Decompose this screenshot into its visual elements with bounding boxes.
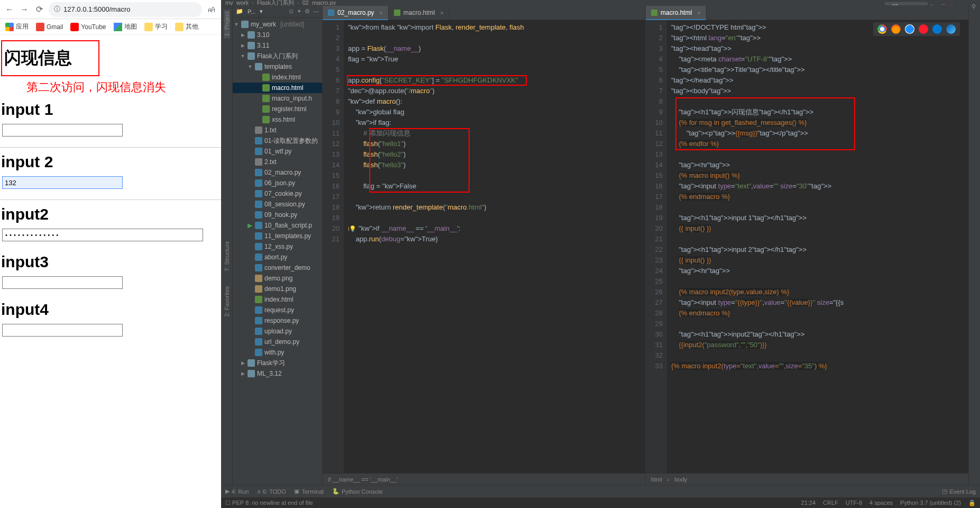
gmail-bookmark[interactable]: Gmail (36, 23, 63, 31)
tree-item[interactable]: ▶3.11 (233, 40, 322, 51)
apps-bookmark[interactable]: 应用 (5, 22, 29, 31)
hide-icon[interactable]: — (313, 8, 319, 15)
encoding[interactable]: UTF-8 (846, 500, 862, 506)
tab-macro-html-right[interactable]: macro.html × (646, 6, 707, 20)
input1-field[interactable] (2, 124, 123, 137)
tab-macro-html[interactable]: macro.html × (389, 6, 450, 20)
python-icon (328, 10, 334, 16)
project-tree[interactable]: ▼my_work[untitled]▶3.10▶3.11▼Flask入门系列▼t… (233, 18, 322, 485)
tree-item[interactable]: ▼my_work[untitled] (233, 19, 322, 30)
tree-item[interactable]: 1.txt (233, 125, 322, 135)
code-content[interactable]: "kw">from flask "kw">import Flask, rende… (344, 20, 645, 473)
divider (0, 199, 221, 200)
terminal-tool-tab[interactable]: ▣ Terminal (294, 488, 324, 495)
line-separator[interactable]: CRLF (823, 500, 838, 506)
folder-icon: 📁 (236, 8, 243, 15)
maps-bookmark[interactable]: 地图 (114, 22, 137, 31)
close-icon[interactable]: × (379, 10, 382, 16)
tree-item[interactable]: demo1.png (233, 284, 322, 294)
todo-tool-tab[interactable]: ≡ 6: TODO (257, 488, 286, 495)
password-field[interactable] (2, 229, 203, 241)
ide-breadcrumb-bar: my_work › Flask入门系列 › 02_macro.py 02_mac… (221, 0, 980, 5)
folder-icon (175, 23, 184, 31)
tree-item[interactable]: ▼templates (233, 61, 322, 72)
gmail-icon (36, 23, 44, 31)
tree-item[interactable]: 01_wtf.py (233, 146, 322, 157)
chevron-down-icon[interactable]: ▾ (260, 8, 263, 15)
close-icon[interactable]: × (697, 10, 700, 16)
tree-item[interactable]: macro_input.h (233, 93, 322, 104)
code-content[interactable]: "tag"><!DOCTYPE html"tag">>"tag"><html l… (667, 20, 968, 473)
tree-item[interactable]: response.py (233, 315, 322, 326)
interpreter[interactable]: Python 3.7 (untitled) (2) (900, 500, 961, 506)
tree-item[interactable]: converter_demo (233, 262, 322, 273)
expand-icon[interactable]: ✦ (297, 8, 301, 15)
chrome-icon[interactable] (877, 24, 887, 34)
project-panel: 📁 P... ▾ ⊙ ✦ ⚙ — ▼my_work[untitled]▶3.10… (233, 5, 323, 485)
back-button[interactable]: ← (4, 4, 15, 15)
input2-field[interactable] (2, 176, 123, 189)
other-bookmark[interactable]: 其他 (175, 22, 198, 31)
input4-label: input4 (1, 301, 221, 319)
tree-item[interactable]: register.html (233, 104, 322, 114)
lock-icon[interactable]: 🔒 (968, 500, 976, 506)
translate-icon[interactable]: 🗚 (206, 4, 217, 15)
tree-item[interactable]: demo.png (233, 273, 322, 284)
edge-legacy-icon[interactable] (932, 24, 942, 34)
run-tool-tab[interactable]: ▶ 4: Run (225, 488, 249, 495)
youtube-icon (70, 23, 79, 31)
tree-item[interactable]: index.html (233, 72, 322, 83)
tree-item[interactable]: 11_templates.py (233, 231, 322, 241)
tree-item[interactable]: 07_cookie.py (233, 188, 322, 199)
tree-item[interactable]: 06_json.py (233, 178, 322, 188)
opera-icon[interactable] (919, 24, 928, 34)
tree-item[interactable]: 09_hook.py (233, 210, 322, 220)
edge-icon[interactable] (946, 24, 956, 34)
reload-button[interactable]: ⟳ (34, 4, 44, 15)
structure-tool-tab[interactable]: 7: Structure (224, 239, 230, 274)
tree-item[interactable]: 2.txt (233, 157, 322, 167)
settings-icon[interactable]: ⚙ (305, 8, 310, 15)
right-code-area[interactable]: 1234567891011121314151617181920212223242… (646, 20, 968, 473)
safari-icon[interactable] (905, 24, 914, 34)
close-icon[interactable]: × (440, 10, 443, 16)
tree-item[interactable]: ▶3.10 (233, 30, 322, 40)
tree-item[interactable]: ▶Flask学习 (233, 358, 322, 368)
tree-item[interactable]: abort.py (233, 252, 322, 262)
tree-item[interactable]: ▶ML_3.12 (233, 368, 322, 379)
left-editor-tabs: 02_macro.py × macro.html × (323, 5, 645, 20)
tree-item[interactable]: 01-读取配置参数的 (233, 135, 322, 146)
line-numbers: 1234567891011121314151617181920212223242… (646, 20, 667, 473)
search-button[interactable]: ⚲ (972, 3, 976, 10)
tree-item[interactable]: index.html (233, 294, 322, 305)
tree-item[interactable]: url_demo.py (233, 337, 322, 347)
ide-body: 1: Project 7: Structure 2: Favorites 📁 P… (221, 5, 980, 485)
collapse-icon[interactable]: ⊙ (289, 8, 294, 15)
tree-item[interactable]: 08_session.py (233, 199, 322, 210)
tree-item[interactable]: with.py (233, 347, 322, 358)
project-tool-tab[interactable]: 1: Project (224, 10, 230, 38)
input4-field[interactable] (2, 324, 123, 337)
url-bar[interactable]: ⓘ 127.0.0.1:5000/macro (49, 2, 202, 17)
tree-item[interactable]: upload.py (233, 326, 322, 337)
tree-item[interactable]: macro.html (233, 83, 322, 93)
tree-item[interactable]: 12_xss.py (233, 241, 322, 252)
left-code-area[interactable]: 123456789101112131415161718192021 "kw">f… (323, 20, 645, 473)
tree-item[interactable]: ▼Flask入门系列 (233, 51, 322, 61)
youtube-bookmark[interactable]: YouTube (70, 23, 106, 31)
tree-item[interactable]: xss.html (233, 114, 322, 125)
event-log-tab[interactable]: ◳ Event Log (942, 488, 976, 495)
panel-title: P... (248, 8, 255, 15)
tree-item[interactable]: request.py (233, 305, 322, 315)
input3-field[interactable] (2, 276, 123, 289)
tree-item[interactable]: 02_macro.py (233, 167, 322, 178)
firefox-icon[interactable] (891, 24, 901, 34)
python-console-tab[interactable]: 🐍 Python Console (332, 488, 383, 495)
tab-02-macro-py[interactable]: 02_macro.py × (323, 6, 389, 20)
study-bookmark[interactable]: 学习 (144, 22, 168, 31)
favorites-tool-tab[interactable]: 2: Favorites (224, 284, 230, 319)
indent[interactable]: 4 spaces (869, 500, 893, 506)
forward-button[interactable]: → (19, 4, 30, 15)
cursor-position[interactable]: 21:24 (801, 500, 816, 506)
tree-item[interactable]: ▶10_flask_script.p (233, 220, 322, 231)
